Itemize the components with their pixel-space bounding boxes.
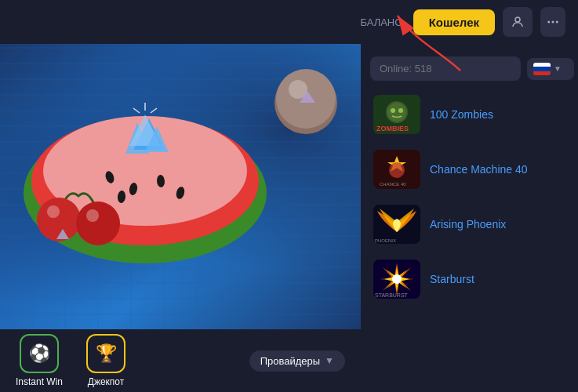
svg-point-24 — [86, 209, 99, 222]
game-title-zombies: 100 Zombies — [430, 108, 493, 121]
svg-text:CHANCE 40: CHANCE 40 — [380, 182, 406, 187]
peach-svg — [267, 60, 345, 138]
jackpot-label: Джекпот — [88, 376, 124, 387]
instant-win-icon: ⚽ — [20, 334, 59, 373]
game-thumb-phoenix: PHOENIX — [373, 205, 420, 244]
cherries-svg — [8, 172, 149, 282]
providers-label: Провайдеры — [260, 355, 320, 367]
svg-text:ZOMBIES: ZOMBIES — [376, 125, 409, 132]
svg-point-32 — [387, 103, 406, 122]
language-selector[interactable]: ▼ — [527, 58, 574, 80]
game-item-phoenix[interactable]: PHOENIX Arising Phoenix — [370, 200, 569, 249]
svg-point-38 — [389, 162, 405, 178]
svg-point-3 — [556, 21, 558, 24]
svg-point-45 — [392, 274, 402, 284]
header: БАЛАНС Кошелек — [0, 0, 578, 44]
providers-chevron-icon: ▼ — [325, 355, 334, 366]
svg-point-33 — [391, 108, 395, 113]
game-title-phoenix: Arising Phoenix — [430, 218, 506, 230]
balance-label: БАЛАНС — [360, 16, 402, 28]
svg-text:PHOENIX: PHOENIX — [375, 238, 396, 243]
game-title-chance: Chance Machine 40 — [430, 163, 528, 176]
user-icon — [511, 15, 525, 29]
svg-point-20 — [37, 198, 81, 241]
svg-point-0 — [515, 17, 520, 22]
jackpot-item[interactable]: 🏆 Джекпот — [86, 334, 125, 387]
svg-line-19 — [151, 108, 157, 113]
bottom-bar: ⚽ Instant Win 🏆 Джекпот Провайдеры ▼ — [0, 329, 361, 392]
instant-win-item[interactable]: ⚽ Instant Win — [16, 334, 63, 387]
game-item-starburst[interactable]: STARBURST Starburst — [370, 255, 569, 303]
menu-button[interactable] — [540, 7, 565, 37]
fruits-container — [0, 44, 361, 329]
flag-icon — [533, 63, 551, 75]
game-thumb-starburst: STARBURST — [373, 260, 420, 299]
game-thumb-chance: CHANCE 40 — [373, 150, 420, 189]
game-item-chance[interactable]: CHANCE 40 Chance Machine 40 — [370, 145, 569, 194]
game-title-starburst: Starburst — [430, 273, 474, 285]
providers-button[interactable]: Провайдеры ▼ — [249, 350, 345, 372]
svg-point-23 — [47, 205, 60, 218]
dots-icon — [546, 15, 560, 29]
search-input[interactable] — [370, 56, 521, 81]
game-image — [0, 44, 361, 329]
avatar-button[interactable] — [503, 7, 533, 37]
game-thumb-zombies: ZOMBIES — [373, 95, 420, 134]
svg-point-2 — [552, 21, 554, 24]
svg-point-34 — [398, 108, 403, 113]
game-item-zombies[interactable]: ZOMBIES 100 Zombies — [370, 90, 569, 139]
jackpot-icon: 🏆 — [86, 334, 125, 373]
svg-text:STARBURST: STARBURST — [375, 292, 409, 298]
svg-point-22 — [76, 201, 120, 245]
svg-line-18 — [133, 108, 140, 113]
left-panel: ⚽ Instant Win 🏆 Джекпот Провайдеры ▼ — [0, 44, 361, 392]
right-panel: ▼ ZOMBIES 100 Zombies — [361, 44, 578, 392]
instant-win-label: Instant Win — [16, 376, 63, 387]
search-row: ▼ — [370, 56, 569, 81]
chevron-down-icon: ▼ — [554, 64, 562, 73]
svg-point-1 — [547, 21, 550, 24]
game-list: ZOMBIES 100 Zombies CHANCE 40 Chance Mac… — [370, 90, 569, 379]
wallet-button[interactable]: Кошелек — [413, 9, 495, 35]
